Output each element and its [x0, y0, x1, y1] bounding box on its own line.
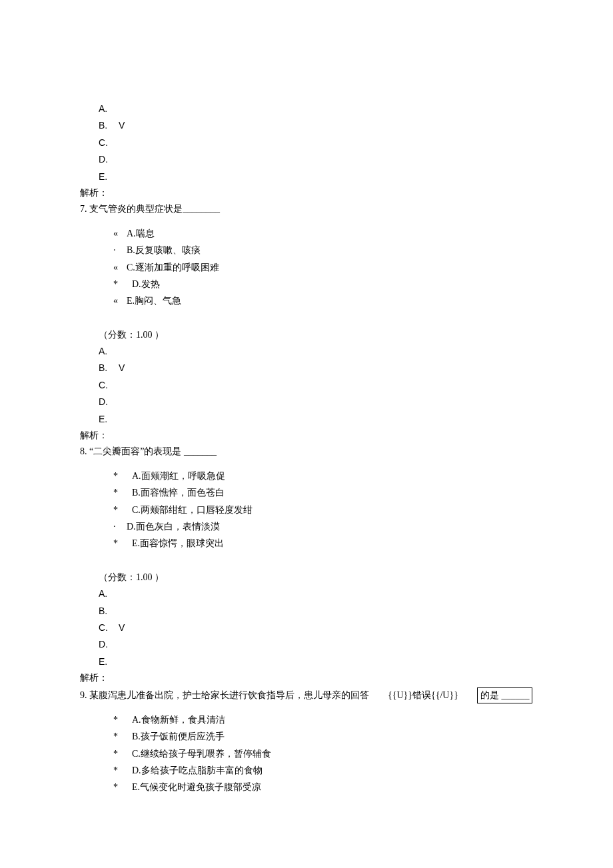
q7-option-c: «C.逐渐加重的呼吸困难	[113, 260, 533, 275]
document-page: A. B.V C. D. E. 解析： 7. 支气管炎的典型症状是_______…	[0, 0, 613, 868]
q8-answer-b: B.	[80, 604, 533, 619]
q7-answer-e: E.	[80, 412, 533, 427]
q7-answer-b: B.V	[80, 360, 533, 376]
q7-score: （分数：1.00 ）	[80, 328, 533, 342]
q9-option-e: *E.气候变化时避免孩子腹部受凉	[113, 780, 533, 795]
prev-answer-a: A.	[80, 101, 533, 117]
q7-option-b: ·B.反复咳嗽、咳痰	[113, 243, 533, 258]
q9-options: *A.食物新鲜，食具清洁 *B.孩子饭前便后应洗手 *C.继续给孩子母乳喂养，暂…	[80, 713, 533, 795]
prev-answer-d: D.	[80, 152, 533, 167]
q7-answer-c: C.	[80, 378, 533, 393]
q8-option-b: *B.面容憔悴，面色苍白	[113, 486, 533, 500]
q8-answer-c: C.V	[80, 620, 533, 636]
q9-boxed-text: 的是 ______	[477, 687, 533, 703]
q9-stem-text: 9. 某腹泻患儿准备出院，护士给家长进行饮食指导后，患儿母亲的回答	[80, 688, 369, 703]
q8-stem: 8. “二尖瓣面容”的表现是 _______	[80, 444, 533, 459]
q9-option-a: *A.食物新鲜，食具清洁	[113, 713, 533, 727]
q9-option-d: *D.多给孩子吃点脂肪丰富的食物	[113, 763, 533, 778]
q7-option-d: *D.发热	[113, 277, 533, 292]
q7-option-a: «A.喘息	[113, 226, 533, 241]
q9-stem: 9. 某腹泻患儿准备出院，护士给家长进行饮食指导后，患儿母亲的回答 {{U}}错…	[80, 687, 533, 703]
q8-option-d: ·D.面色灰白，表情淡漠	[113, 520, 533, 534]
prev-answer-c: C.	[80, 135, 533, 151]
q8-option-e: *E.面容惊愕，眼球突出	[113, 536, 533, 551]
q8-answer-d: D.	[80, 637, 533, 652]
q9-markup-tag: {{U}}错误{{/U}}	[388, 688, 458, 703]
prev-explain: 解析：	[80, 186, 533, 201]
prev-answer-b: B.V	[80, 118, 533, 133]
q8-answer-a: A.	[80, 586, 533, 602]
q8-option-c: *C.两颊部绀红，口唇轻度发绀	[113, 503, 533, 518]
q7-options: «A.喘息 ·B.反复咳嗽、咳痰 «C.逐渐加重的呼吸困难 *D.发热 «E.胸…	[80, 226, 533, 309]
q8-explain: 解析：	[80, 671, 533, 685]
q7-answer-a: A.	[80, 344, 533, 359]
q8-score: （分数：1.00 ）	[80, 570, 533, 585]
prev-answer-e: E.	[80, 169, 533, 185]
q8-options: *A.面颊潮红，呼吸急促 *B.面容憔悴，面色苍白 *C.两颊部绀红，口唇轻度发…	[80, 469, 533, 552]
q9-option-c: *C.继续给孩子母乳喂养，暂停辅食	[113, 747, 533, 761]
q7-option-e: «E.胸闷、气急	[113, 294, 533, 308]
q8-answer-e: E.	[80, 654, 533, 669]
q8-option-a: *A.面颊潮红，呼吸急促	[113, 469, 533, 484]
q7-stem: 7. 支气管炎的典型症状是________	[80, 202, 533, 217]
q9-option-b: *B.孩子饭前便后应洗手	[113, 729, 533, 744]
q7-answer-d: D.	[80, 394, 533, 410]
q7-explain: 解析：	[80, 428, 533, 443]
